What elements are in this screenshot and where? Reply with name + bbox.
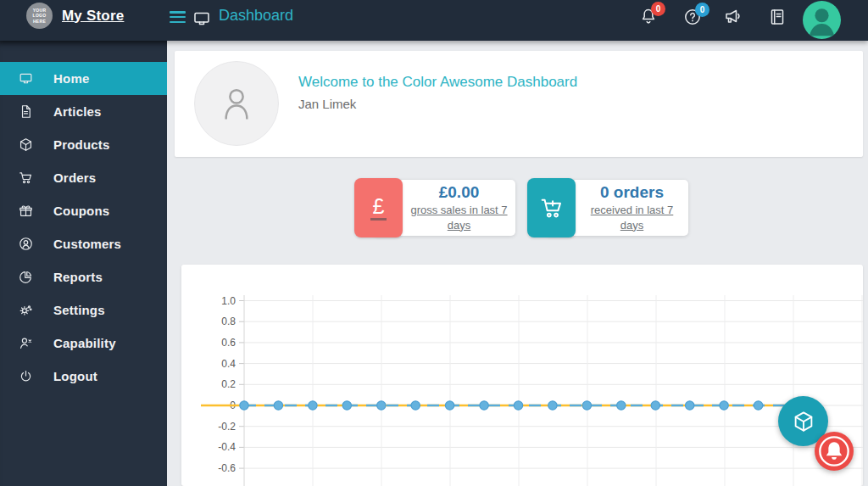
sidebar-item-label: Customers xyxy=(53,237,121,251)
top-bar: YOUR LOGO HERE My Store Dashboard 0 0 xyxy=(0,0,868,41)
notifications-button[interactable]: 0 xyxy=(638,6,660,28)
sidebar-item-label: Orders xyxy=(53,170,96,185)
page-title: Dashboard xyxy=(219,7,293,25)
cart-icon xyxy=(18,170,34,186)
svg-text:-0.4: -0.4 xyxy=(218,441,236,453)
sidebar-item-capability[interactable]: Capability xyxy=(0,327,167,360)
book-icon xyxy=(767,7,787,27)
welcome-avatar xyxy=(194,61,279,146)
megaphone-icon xyxy=(722,6,743,26)
person-x-icon xyxy=(18,335,34,351)
pound-icon: £ xyxy=(370,195,387,220)
app-window: YOUR LOGO HERE My Store Dashboard 0 0 xyxy=(0,0,868,486)
sidebar-item-label: Logout xyxy=(53,369,97,383)
stat-card-orders: 0 orders received in last 7 days xyxy=(527,178,688,237)
stat-label-link[interactable]: received in last 7 days xyxy=(580,203,685,232)
sidebar-item-label: Capability xyxy=(53,336,116,350)
welcome-card: Welcome to the Color Awesome Dashboard J… xyxy=(175,51,863,157)
help-button[interactable]: 0 xyxy=(682,7,704,29)
sidebar-item-label: Home xyxy=(53,71,89,86)
sidebar-item-label: Coupons xyxy=(53,204,109,218)
person-outline-icon xyxy=(214,81,259,126)
sidebar-item-home[interactable]: Home xyxy=(0,62,167,95)
docs-button[interactable] xyxy=(767,7,789,29)
store-logo[interactable]: YOUR LOGO HERE xyxy=(26,3,53,29)
svg-text:0.2: 0.2 xyxy=(221,378,236,390)
sidebar-item-coupons[interactable]: Coupons xyxy=(0,194,167,227)
cart-plus-icon xyxy=(538,194,565,221)
stat-icon-tile xyxy=(527,178,576,237)
stat-label-link[interactable]: gross sales in last 7 days xyxy=(407,203,512,232)
sidebar-item-label: Reports xyxy=(53,270,103,284)
store-name[interactable]: My Store xyxy=(62,8,124,25)
sidebar: HomeArticlesProductsOrdersCouponsCustome… xyxy=(0,41,167,486)
svg-text:-0.6: -0.6 xyxy=(218,462,236,474)
sidebar-item-label: Products xyxy=(53,137,110,152)
welcome-title: Welcome to the Color Awesome Dashboard xyxy=(298,74,577,91)
stat-value: 0 orders xyxy=(600,183,664,202)
gears-icon xyxy=(18,302,34,318)
file-icon xyxy=(18,103,34,120)
person-circle-icon xyxy=(18,236,34,252)
sidebar-nav: HomeArticlesProductsOrdersCouponsCustome… xyxy=(0,62,167,393)
sidebar-item-label: Settings xyxy=(53,303,105,317)
stat-card-gross-sales: £0.00 gross sales in last 7 days £ xyxy=(354,178,515,237)
sidebar-item-reports[interactable]: Reports xyxy=(0,260,167,293)
hamburger-menu-icon[interactable] xyxy=(170,11,186,26)
svg-text:-0.2: -0.2 xyxy=(218,421,236,433)
stat-value: £0.00 xyxy=(439,183,480,202)
logo-line: HERE xyxy=(33,19,46,24)
stat-icon-tile: £ xyxy=(354,178,403,237)
laptop-icon xyxy=(18,70,34,87)
sidebar-item-settings[interactable]: Settings xyxy=(0,293,167,327)
announcements-button[interactable] xyxy=(722,6,744,28)
svg-text:1.0: 1.0 xyxy=(221,295,236,307)
cube-icon xyxy=(791,409,816,434)
welcome-user-name: Jan Limek xyxy=(298,97,356,111)
notifications-badge: 0 xyxy=(651,2,665,16)
cube-icon xyxy=(18,137,34,153)
gift-icon xyxy=(18,203,34,219)
sidebar-item-logout[interactable]: Logout xyxy=(0,360,167,393)
user-avatar[interactable] xyxy=(803,1,841,39)
sidebar-item-label: Articles xyxy=(53,104,102,119)
sidebar-item-products[interactable]: Products xyxy=(0,128,167,161)
help-badge: 0 xyxy=(695,3,709,17)
svg-text:0.8: 0.8 xyxy=(221,316,236,327)
avatar-person-icon xyxy=(803,1,841,39)
power-icon xyxy=(18,368,34,384)
svg-text:0.6: 0.6 xyxy=(221,337,236,349)
sidebar-item-customers[interactable]: Customers xyxy=(0,227,167,260)
sales-chart: 1.00.80.60.40.20-0.2-0.4-0.6 xyxy=(181,265,863,486)
dashboard-icon xyxy=(192,8,212,29)
alerts-fab-button[interactable] xyxy=(815,432,854,471)
svg-text:0.4: 0.4 xyxy=(221,358,236,370)
sidebar-item-orders[interactable]: Orders xyxy=(0,161,167,194)
chart-card: 1.00.80.60.40.20-0.2-0.4-0.6 xyxy=(181,265,863,486)
sidebar-item-articles[interactable]: Articles xyxy=(0,95,167,128)
pie-icon xyxy=(18,269,34,285)
brand[interactable]: YOUR LOGO HERE My Store xyxy=(26,3,124,29)
